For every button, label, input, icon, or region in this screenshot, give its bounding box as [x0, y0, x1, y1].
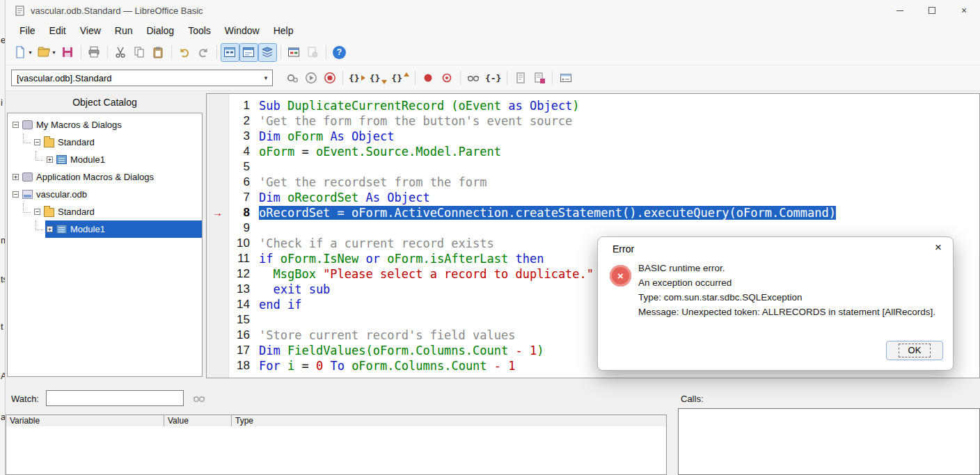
collapse-icon[interactable]: − [34, 209, 40, 215]
menu-run[interactable]: Run [108, 23, 140, 38]
find-parentheses-button[interactable]: {-} [483, 69, 503, 88]
module-icon [56, 225, 67, 234]
open-button[interactable]: ▼ [35, 43, 58, 62]
tree-item-label: Standard [58, 137, 95, 147]
library-selector-value: [vascular.odb].Standard [17, 73, 112, 83]
redo-button[interactable] [194, 43, 213, 62]
copy-button[interactable] [130, 43, 149, 62]
background-text-fragment: ts [1, 274, 6, 284]
new-document-button[interactable]: ▼ [11, 43, 35, 62]
object-catalog-panel: Object Catalog − My Macros & Dialogs − S… [6, 93, 204, 378]
error-message: BASIC runtime error. An exception occurr… [638, 261, 935, 319]
error-message-line: Message: Unexpected token: ALLRECORDS in… [638, 305, 935, 319]
expand-icon[interactable]: + [47, 226, 53, 232]
tree-item-label: vascular.odb [36, 189, 87, 200]
manage-breakpoints-icon [440, 71, 454, 85]
glasses-icon [192, 392, 206, 405]
layers-icon [260, 45, 274, 59]
run-button[interactable] [301, 69, 320, 88]
chevron-down-icon[interactable]: ▼ [260, 75, 272, 81]
tree-item-module1-mymacros[interactable]: + Module1 [8, 151, 202, 168]
print-button[interactable] [85, 43, 104, 62]
tree-item-module1-vascular-selected[interactable]: + Module1 [8, 220, 202, 238]
code-text: exit sub [259, 282, 330, 297]
object-catalog-tree[interactable]: − My Macros & Dialogs − Standard [7, 113, 203, 377]
breakpoint-button[interactable] [419, 69, 438, 88]
save-source-icon [532, 71, 546, 85]
procedure-step-button[interactable]: {} [347, 69, 368, 88]
manage-breakpoints-button[interactable] [438, 69, 457, 88]
tree-item-standard-mymacros[interactable]: − Standard [8, 134, 202, 151]
tree-item-standard-vascular[interactable]: − Standard [8, 203, 202, 220]
show-libraries-toggle[interactable] [258, 43, 277, 62]
collapse-icon[interactable]: − [13, 122, 19, 128]
menu-window[interactable]: Window [218, 23, 267, 38]
enable-watch-button[interactable] [464, 69, 483, 88]
menu-help[interactable]: Help [267, 23, 301, 38]
glasses-icon [466, 71, 480, 85]
code-text: end if [259, 297, 301, 312]
ok-button[interactable]: OK [886, 341, 943, 360]
cut-button[interactable] [111, 43, 130, 62]
save-source-as-button[interactable] [530, 69, 548, 88]
database-document-icon [22, 190, 33, 199]
tree-item-my-macros[interactable]: − My Macros & Dialogs [8, 116, 202, 134]
code-text: 'Check if a current record exists [259, 236, 494, 251]
line-number: 6 [229, 175, 250, 190]
menu-file[interactable]: File [13, 23, 42, 38]
stop-button[interactable] [320, 69, 339, 88]
compile-button[interactable] [283, 69, 301, 88]
code-line: 3 Dim oForm As Object [229, 129, 979, 144]
step-out-button[interactable]: {} [389, 69, 411, 88]
minimize-button[interactable]: ─ [884, 0, 916, 21]
save-button[interactable] [58, 43, 77, 62]
controls-window-icon [559, 71, 573, 85]
tree-item-vascular-odb[interactable]: − vascular.odb [8, 186, 202, 203]
tree-item-application-macros[interactable]: + Application Macros & Dialogs [8, 168, 202, 186]
collapse-icon[interactable]: − [13, 191, 19, 198]
help-button[interactable]: ? [330, 43, 349, 62]
menu-edit[interactable]: Edit [42, 23, 73, 38]
watch-input[interactable] [46, 390, 184, 406]
collapse-icon[interactable]: − [34, 139, 40, 145]
library-selector[interactable]: [vascular.odb].Standard ▼ [11, 70, 273, 86]
code-text: Dim oForm As Object [259, 129, 395, 144]
print-icon [87, 45, 101, 59]
single-step-button[interactable]: {} [368, 69, 390, 88]
watch-table-header: Variable Value Type [6, 414, 667, 427]
dialog-editor-button[interactable] [285, 43, 303, 62]
expand-icon[interactable]: + [13, 174, 19, 180]
menu-view[interactable]: View [73, 23, 108, 38]
menu-tools[interactable]: Tools [181, 23, 218, 38]
calls-list[interactable] [678, 408, 980, 475]
expand-icon[interactable]: + [47, 156, 53, 163]
watch-column-value: Value [164, 415, 232, 426]
breakpoint-margin[interactable] [207, 94, 229, 378]
macro-toolbar: [vascular.odb].Standard ▼ {} {} {} [6, 65, 980, 91]
selected-code: oRecordSet = oForm.ActiveConnection.crea… [259, 206, 836, 220]
menu-dialog[interactable]: Dialog [139, 23, 181, 38]
undo-button[interactable] [175, 43, 194, 62]
toolbar-separator [171, 45, 172, 59]
line-number: 10 [229, 236, 250, 251]
code-text: Sub DuplicateCurrentRecord (oEvent as Ob… [259, 98, 580, 113]
toolbar-separator [342, 71, 343, 85]
show-controls-button[interactable] [556, 69, 575, 88]
paste-button[interactable] [149, 43, 168, 62]
show-dialogs-toggle[interactable] [239, 43, 258, 62]
show-forms-toggle[interactable] [221, 43, 239, 62]
maximize-button[interactable] [916, 0, 948, 21]
macro-organizer-button[interactable] [303, 43, 322, 62]
menu-bar: File Edit View Run Dialog Tools Window H… [6, 21, 980, 40]
enable-watch-button-small[interactable] [189, 390, 209, 407]
line-number: 9 [229, 220, 250, 236]
toolbar-separator [507, 71, 507, 85]
arrow-up-icon [404, 72, 409, 77]
close-button[interactable]: × [948, 0, 980, 21]
watch-table-body[interactable] [6, 426, 667, 475]
insert-source-text-button[interactable] [511, 69, 530, 88]
error-dialog-close-button[interactable]: × [935, 241, 942, 255]
toolbar-separator [81, 45, 81, 59]
title-bar: vascular.odb.Standard — LibreOffice Basi… [6, 0, 980, 21]
error-message-line: An exception occurred [638, 275, 935, 290]
